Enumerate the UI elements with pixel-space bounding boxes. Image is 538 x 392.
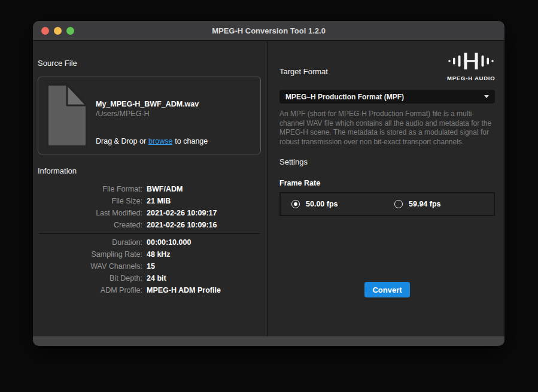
info-label: ADM Profile:: [38, 284, 147, 296]
convert-button[interactable]: Convert: [364, 282, 409, 297]
mpeg-h-audio-logo: MPEG-H AUDIO: [447, 53, 495, 81]
mpeg-h-audio-logo-text: MPEG-H AUDIO: [447, 75, 495, 81]
zoom-button[interactable]: [66, 27, 74, 35]
file-drop-zone[interactable]: My_MPEG-H_BWF_ADM.wav /Users/MPEG-H Drag…: [38, 77, 261, 154]
format-description: An MPF (short for MPEG-H Production Form…: [279, 110, 495, 147]
info-section-divider: [39, 233, 260, 234]
information-table: File Format: BWF/ADM File Size: 21 MiB L…: [38, 183, 261, 296]
window-title: MPEG-H Conversion Tool 1.2.0: [33, 26, 504, 35]
table-row: Created: 2021-02-26 10:09:16: [38, 219, 261, 231]
main-content: Source File My_MPEG-H_BWF_ADM.wav /Users…: [33, 41, 504, 336]
info-value: 2021-02-26 10:09:16: [147, 219, 217, 231]
radio-label: 59.94 fps: [409, 200, 441, 208]
title-bar: MPEG-H Conversion Tool 1.2.0: [33, 21, 504, 41]
info-label: Created:: [38, 219, 147, 231]
minimize-button[interactable]: [54, 27, 62, 35]
table-row: Sampling Rate: 48 kHz: [38, 248, 261, 260]
table-row: File Size: 21 MiB: [38, 195, 261, 207]
info-value: BWF/ADM: [147, 183, 183, 195]
info-value: MPEG-H ADM Profile: [147, 284, 221, 296]
radio-label: 50.00 fps: [306, 200, 338, 208]
frame-rate-option-59[interactable]: 59.94 fps: [394, 200, 441, 208]
conversion-panel: MPEG-H AUDIO Target Format MPEG–H Produc…: [268, 41, 504, 336]
info-value: 15: [147, 260, 155, 272]
info-label: WAV Channels:: [38, 260, 147, 272]
info-value: 48 kHz: [147, 248, 171, 260]
target-format-selected: MPEG–H Production Format (MPF): [285, 93, 404, 101]
info-value: 24 bit: [147, 272, 166, 284]
information-header: Information: [38, 166, 261, 177]
info-label: Sampling Rate:: [38, 248, 147, 260]
table-row: File Format: BWF/ADM: [38, 183, 261, 195]
frame-rate-label: Frame Rate: [279, 178, 495, 188]
info-value: 2021-02-26 10:09:17: [147, 207, 217, 219]
info-label: File Format:: [38, 183, 147, 195]
drag-drop-hint: Drag & Drop or browse to change: [96, 136, 208, 146]
info-label: File Size:: [38, 195, 147, 207]
drag-drop-prefix: Drag & Drop or: [96, 136, 146, 146]
chevron-down-icon: [484, 95, 489, 98]
table-row: WAV Channels: 15: [38, 260, 261, 272]
file-info-block: My_MPEG-H_BWF_ADM.wav /Users/MPEG-H Drag…: [96, 84, 208, 147]
convert-row: Convert: [279, 282, 495, 297]
frame-rate-group: 50.00 fps 59.94 fps: [279, 192, 495, 216]
radio-button-icon[interactable]: [291, 200, 300, 208]
file-path: /Users/MPEG-H: [96, 109, 208, 118]
mpeg-h-audio-logo-icon: [448, 53, 494, 69]
info-value: 00:00:10.000: [147, 236, 191, 248]
window-bottom-bar: [33, 336, 504, 346]
info-label: Duration:: [38, 236, 147, 248]
info-value: 21 MiB: [147, 195, 171, 207]
browse-link[interactable]: browse: [148, 136, 172, 146]
radio-button-icon[interactable]: [394, 200, 403, 208]
drag-drop-suffix: to change: [175, 136, 208, 146]
source-file-header: Source File: [38, 58, 261, 69]
table-row: ADM Profile: MPEG-H ADM Profile: [38, 284, 261, 296]
traffic-lights: [41, 27, 74, 35]
frame-rate-option-50[interactable]: 50.00 fps: [291, 200, 394, 208]
table-row: Duration: 00:00:10.000: [38, 236, 261, 248]
table-row: Last Modified: 2021-02-26 10:09:17: [38, 207, 261, 219]
app-window: MPEG-H Conversion Tool 1.2.0 Source File…: [33, 21, 504, 346]
file-name: My_MPEG-H_BWF_ADM.wav: [96, 99, 208, 109]
source-panel: Source File My_MPEG-H_BWF_ADM.wav /Users…: [33, 41, 268, 336]
settings-header: Settings: [279, 157, 495, 168]
target-format-dropdown[interactable]: MPEG–H Production Format (MPF): [279, 90, 495, 104]
close-button[interactable]: [41, 27, 49, 35]
info-label: Last Modified:: [38, 207, 147, 219]
file-icon: [47, 84, 87, 147]
table-row: Bit Depth: 24 bit: [38, 272, 261, 284]
info-label: Bit Depth:: [38, 272, 147, 284]
